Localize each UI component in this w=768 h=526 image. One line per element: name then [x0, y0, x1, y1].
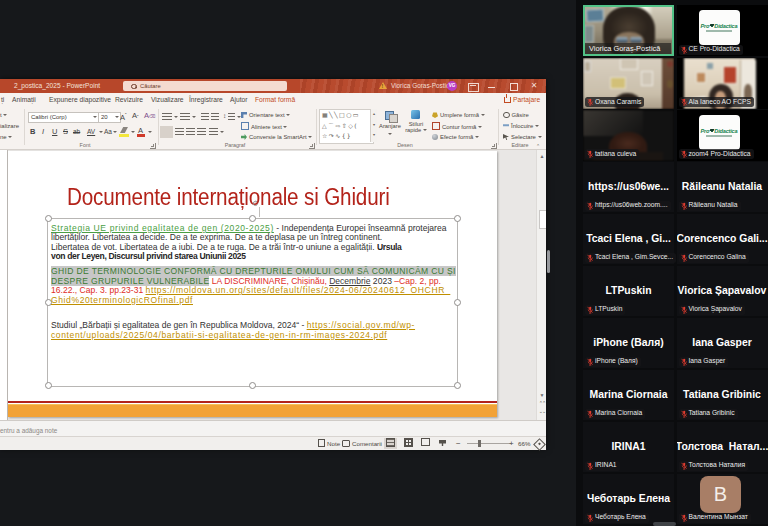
font-dialog-launcher[interactable] — [150, 143, 156, 149]
account-avatar[interactable]: VG — [447, 81, 457, 91]
collapse-ribbon-chevron[interactable]: ⌃ — [536, 143, 540, 149]
audio-tile[interactable]: Чеботарь Елена Чеботарь Елена — [583, 474, 674, 525]
audio-tile[interactable]: Толстова Натал... Толстова Наталия — [677, 422, 768, 473]
video-tile-ala[interactable]: Ala Ianeco AO FCPS — [677, 58, 768, 109]
handle-bottom-right[interactable] — [454, 382, 461, 389]
highlight-color-icon[interactable] — [120, 127, 128, 133]
decrease-indent-icon[interactable] — [201, 113, 209, 121]
tab-ajutor[interactable]: Ajutor — [230, 93, 247, 106]
tab-tranzitii-cut[interactable]: ți — [1, 93, 4, 106]
align-right-button[interactable] — [186, 128, 195, 136]
align-left-button[interactable] — [162, 128, 171, 136]
bold-button[interactable]: B — [30, 126, 35, 138]
strike-ab-button[interactable]: ab — [73, 126, 80, 138]
tab-expunere-diapozitive[interactable]: Expunere diapozitive — [49, 93, 111, 106]
paragraph-dialog-launcher[interactable] — [309, 143, 315, 149]
shapes-gallery[interactable]: ▦╲╲□○▭ △⌒⇨⇧◇( ☆↷∿{} — [319, 109, 374, 144]
drawing-dialog-launcher[interactable] — [491, 143, 497, 149]
video-tile-zoom4-prodidactica[interactable]: ProDidactica zoom4 Pro-Didactica — [677, 110, 768, 161]
panel-scroll-indicator[interactable] — [653, 522, 676, 526]
scroll-up-arrow[interactable]: ▲ — [538, 152, 546, 160]
video-tile-oxana[interactable]: Oxana Caramis — [583, 58, 674, 109]
change-case-button[interactable]: Aa — [104, 126, 112, 138]
previous-slide-button[interactable]: ⌃⌃ — [538, 400, 546, 408]
slide-body-text[interactable]: Strategia UE privind egalitatea de gen (… — [51, 224, 454, 340]
zoom-in-button[interactable]: + — [509, 437, 514, 450]
zoom-slider-thumb[interactable] — [478, 440, 481, 447]
audio-tile[interactable]: Corencenco Gali... Corencenco Galina — [677, 214, 768, 265]
next-slide-button[interactable]: ⌄⌄ — [538, 408, 546, 416]
ribbon-fragment-sectiune[interactable]: ne — [0, 134, 12, 140]
numbering-icon[interactable] — [180, 113, 190, 121]
tab-format-forma[interactable]: Format formă — [255, 93, 295, 106]
clear-formatting-button[interactable]: A⌫ — [144, 110, 155, 123]
video-tile-ce-prodidactica[interactable]: ProDidactica CE Pro-Didactica — [677, 5, 768, 56]
account-name[interactable]: Viorica Goras-Postica — [391, 79, 453, 93]
panel-resize-handle[interactable] — [547, 250, 550, 273]
shape-outline-button[interactable]: Contur formă — [432, 122, 482, 131]
notes-pane[interactable]: entru a adăuga note — [0, 420, 546, 437]
restore-button[interactable] — [510, 83, 518, 91]
video-tile-tatiana[interactable]: tatiana culeva — [583, 110, 674, 161]
arrange-button[interactable]: Aranjare — [378, 123, 402, 129]
comments-button[interactable]: Comentarii — [342, 437, 382, 450]
slide-sorter-view-button[interactable] — [402, 438, 415, 449]
character-spacing-button[interactable]: AV — [87, 126, 95, 138]
video-tile-viorica[interactable]: Viorica Goraș-Postică — [583, 5, 674, 56]
strikethrough-button[interactable]: S — [63, 126, 68, 138]
shape-fill-button[interactable]: Umplere formă — [432, 111, 485, 119]
link-social-gov-2[interactable]: content/uploads/2025/04/barbatii-si-egal… — [51, 330, 387, 340]
close-button[interactable]: ✕ — [529, 79, 539, 93]
handle-bottom-left[interactable] — [45, 382, 52, 389]
quick-styles-button[interactable]: Stilurirapide — [404, 121, 428, 133]
shapes-gallery-scroll[interactable]: ▲▼▼ — [370, 109, 377, 142]
audio-tile[interactable]: Iana Gasper Iana Gasper — [677, 318, 768, 369]
audio-tile[interactable]: https://us06we... https://us06web.zoom..… — [583, 162, 674, 213]
audio-tile[interactable]: Tcaci Elena , Gi... Tcaci Elena , Gim.Se… — [583, 214, 674, 265]
handle-top-left[interactable] — [45, 215, 52, 222]
zoom-out-button[interactable]: − — [456, 437, 461, 450]
slide-scrollbar[interactable]: ▲ ▼ ⌃⌃ ⌄⌄ — [536, 150, 546, 420]
ribbon-display-options-icon[interactable] — [468, 83, 479, 92]
rotate-handle[interactable] — [252, 200, 259, 207]
ribbon-fragment-reinitializare[interactable]: ializare — [0, 123, 19, 129]
line-spacing-icon[interactable]: ↕ — [223, 112, 226, 119]
justify-button[interactable] — [197, 128, 206, 136]
text-orientation-button[interactable]: Orientare text — [241, 111, 290, 119]
search-box[interactable]: Căutare — [123, 81, 287, 91]
fit-to-window-button[interactable] — [533, 438, 546, 451]
ribbon-fragment-aspect[interactable]: t — [0, 112, 7, 118]
underline-button[interactable]: U — [52, 126, 57, 138]
minimize-button[interactable] — [488, 87, 495, 88]
tab-revizuire[interactable]: Revizuire — [115, 93, 143, 106]
share-document-button[interactable]: Partajare — [504, 93, 540, 106]
zoom-slider-track[interactable] — [467, 443, 511, 444]
audio-tile[interactable]: Viorica Șapavalov Viorica Șapavalov — [677, 266, 768, 317]
bullets-icon[interactable] — [162, 113, 172, 121]
normal-view-button[interactable] — [384, 438, 397, 449]
align-text-button[interactable]: Aliniere text — [241, 122, 287, 131]
replace-button[interactable]: Înlocuire — [503, 122, 539, 130]
audio-tile-avatar[interactable]: B Валентина Мынзат — [677, 474, 768, 525]
handle-bottom-mid[interactable] — [249, 382, 256, 389]
grow-font-button[interactable]: Aˆ — [120, 110, 127, 124]
tab-vizualizare[interactable]: Vizualizare — [151, 93, 184, 106]
slideshow-view-button[interactable] — [436, 438, 449, 449]
shape-effects-button[interactable]: Efecte formă — [432, 133, 479, 141]
audio-tile[interactable]: LTPuskin LTPuskin — [583, 266, 674, 317]
scroll-down-arrow[interactable]: ▼ — [538, 391, 546, 399]
audio-tile[interactable]: Marina Ciornaia Marina Ciornaia — [583, 370, 674, 421]
columns-icon[interactable] — [209, 128, 218, 136]
slide[interactable]: Documente internaționale si Ghiduri Stra… — [8, 151, 497, 417]
tab-inregistrare[interactable]: Înregistrare — [189, 93, 223, 106]
find-button[interactable]: Găsire — [503, 111, 529, 119]
handle-top-right[interactable] — [454, 215, 461, 222]
slide-title[interactable]: Documente internaționale si Ghiduri — [67, 184, 390, 211]
audio-tile[interactable]: Răileanu Natalia Răileanu Natalia — [677, 162, 768, 213]
audio-tile[interactable]: iPhone (Валя) iPhone (Валя) — [583, 318, 674, 369]
tab-animatii[interactable]: Animații — [12, 93, 36, 106]
zoom-level[interactable]: 66% — [518, 437, 530, 450]
align-center-button[interactable] — [175, 128, 184, 136]
italic-button[interactable]: I — [42, 126, 44, 138]
handle-top-mid[interactable] — [249, 215, 256, 222]
